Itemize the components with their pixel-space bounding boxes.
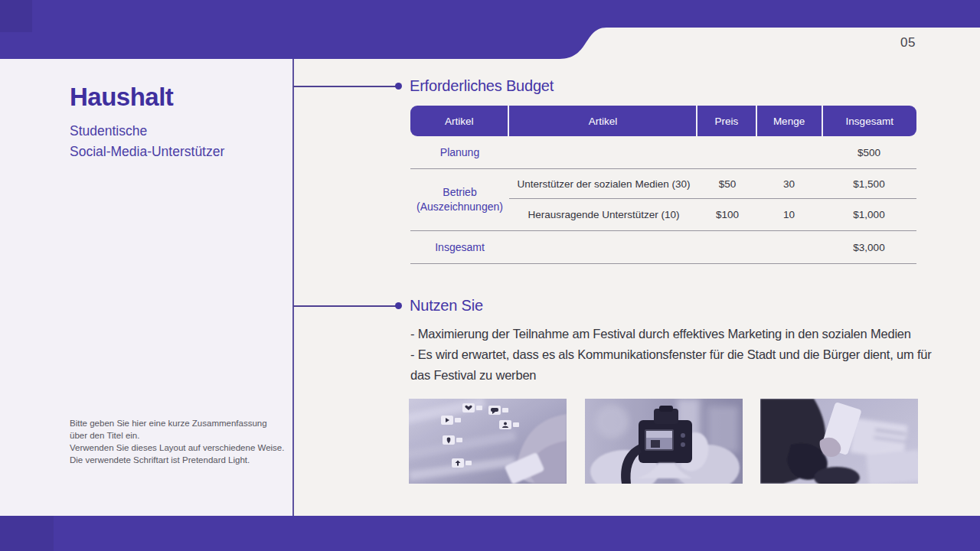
photo-hand-with-card bbox=[760, 399, 918, 484]
bullet-dot-icon bbox=[395, 302, 402, 309]
benefits-section-heading: Nutzen Sie bbox=[410, 297, 483, 315]
benefit-bullet: - Maximierung der Teilnahme am Festival … bbox=[410, 324, 948, 344]
column-header: Insgesamt bbox=[823, 106, 917, 136]
benefit-bullet: - Es wird erwartet, dass es als Kommunik… bbox=[410, 344, 948, 386]
budget-table: Artikel Artikel Preis Menge Insgesamt Pl… bbox=[410, 106, 916, 264]
table-subrow: Herausragende Unterstützer (10) $100 10 … bbox=[509, 199, 916, 230]
photo-camera bbox=[585, 399, 743, 484]
slide: 05 Haushalt Studentische Social-Media-Un… bbox=[0, 0, 980, 551]
bottom-footer-band bbox=[0, 516, 980, 551]
slide-title: Haushalt bbox=[70, 83, 173, 112]
table-row-group-betrieb: Betrieb (Auszeichnungen) Unterstützer de… bbox=[410, 169, 916, 231]
row-total: $500 bbox=[822, 147, 916, 158]
cell-qty: 30 bbox=[756, 178, 822, 190]
footnote-line: über den Titel ein. bbox=[70, 429, 284, 442]
row-label: Betrieb (Auszeichnungen) bbox=[410, 169, 509, 230]
table-subrow: Unterstützer der sozialen Medien (30) $5… bbox=[509, 169, 916, 199]
footnote-line: Verwenden Sie dieses Layout auf verschie… bbox=[70, 442, 284, 454]
column-header: Preis bbox=[697, 106, 755, 136]
top-header-band bbox=[0, 0, 980, 61]
connector-line-budget bbox=[293, 86, 396, 87]
cell-detail: Unterstützer der sozialen Medien (30) bbox=[509, 178, 698, 190]
column-header: Menge bbox=[757, 106, 822, 136]
vertical-divider-line bbox=[292, 59, 294, 516]
footnote-line: Bitte geben Sie hier eine kurze Zusammen… bbox=[70, 417, 284, 429]
footnote-line: Die verwendete Schriftart ist Pretendard… bbox=[70, 454, 284, 466]
subtitle-line: Studentische bbox=[70, 121, 224, 142]
table-row-insgesamt: Insgesamt $3,000 bbox=[410, 231, 916, 264]
subtitle-line: Social-Media-Unterstützer bbox=[70, 142, 224, 162]
row-label: Planung bbox=[410, 145, 509, 160]
cell-qty: 10 bbox=[756, 209, 822, 220]
row-total: $3,000 bbox=[822, 242, 916, 253]
photo-social-media-phone bbox=[409, 399, 567, 484]
cell-total: $1,000 bbox=[822, 209, 916, 220]
page-number: 05 bbox=[900, 35, 916, 51]
column-header: Artikel bbox=[410, 106, 508, 136]
cell-detail: Herausragende Unterstützer (10) bbox=[509, 209, 698, 220]
bullet-dot-icon bbox=[395, 83, 402, 90]
column-header: Artikel bbox=[509, 106, 696, 136]
summary-placeholder-text: Bitte geben Sie hier eine kurze Zusammen… bbox=[70, 417, 284, 466]
cell-total: $1,500 bbox=[822, 178, 916, 190]
cell-price: $100 bbox=[698, 209, 756, 220]
connector-line-benefits bbox=[293, 305, 396, 307]
footer-corner-accent bbox=[0, 516, 54, 551]
row-label: Insgesamt bbox=[410, 240, 509, 255]
benefits-bullet-list: - Maximierung der Teilnahme am Festival … bbox=[410, 324, 948, 386]
slide-subtitle: Studentische Social-Media-Unterstützer bbox=[70, 121, 224, 162]
table-row-planung: Planung $500 bbox=[410, 136, 916, 169]
table-header-row: Artikel Artikel Preis Menge Insgesamt bbox=[410, 106, 916, 136]
budget-section-heading: Erforderliches Budget bbox=[410, 77, 554, 95]
cell-price: $50 bbox=[698, 178, 756, 190]
